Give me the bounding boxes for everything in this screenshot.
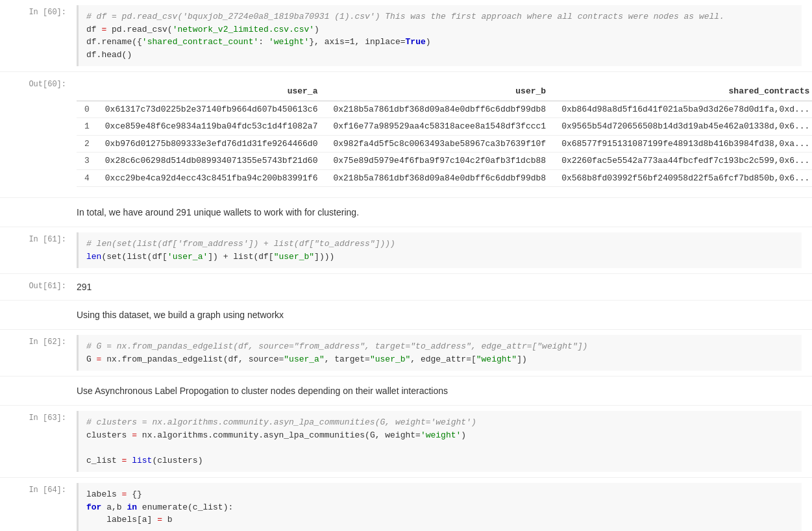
cell-61-output-label: Out[61]:	[0, 274, 71, 300]
cell-62-text: Use Asynchronous Label Propogation to cl…	[0, 377, 812, 406]
cell-60-text: In total, we have around 291 unique wall…	[0, 198, 812, 227]
cell-user-b: 0x218b5a7861dbf368d09a84e0dbff6c6ddbf99d…	[325, 101, 554, 118]
cell-62-description: Use Asynchronous Label Propogation to cl…	[77, 382, 802, 400]
cell-60-input-label: In [60]:	[0, 0, 71, 71]
cell-64-input-label: In [64]:	[0, 478, 71, 531]
cell-62-input: In [62]: # G = nx.from_pandas_edgelist(d…	[0, 330, 812, 377]
cell-60-description: In total, we have around 291 unique wall…	[77, 203, 802, 221]
cell-user-a: 0x28c6c06298d514db089934071355e5743bf21d…	[97, 153, 326, 170]
table-row: 3 0x28c6c06298d514db089934071355e5743bf2…	[77, 153, 812, 170]
cell-61-text: Using this dataset, we build a graph usi…	[0, 301, 812, 330]
cell-shared: 0x9565b54d720656508b14d3d19ab45e462a0133…	[554, 118, 812, 136]
output-number-61: 291	[77, 279, 802, 295]
notebook: In [60]: # df = pd.read_csv('bquxjob_272…	[0, 0, 812, 531]
code-block-64[interactable]: labels = {} for a,b in enumerate(c_list)…	[77, 483, 802, 531]
row-index: 3	[77, 153, 97, 170]
cell-user-a: 0xcc29be4ca92d4ecc43c8451fba94c200b83991…	[97, 169, 326, 187]
cell-62-input-label: In [62]:	[0, 330, 71, 376]
code-block-63[interactable]: # clusters = nx.algorithms.community.asy…	[77, 411, 802, 472]
cell-shared: 0x568b8fd03992f56bf240958d22f5a6fcf7bd85…	[554, 169, 812, 187]
cell-shared: 0x68577f915131087199fe48913d8b416b3984fd…	[554, 135, 812, 153]
table-row: 1 0xce859e48f6ce9834a119ba04fdc53c1d4f10…	[77, 118, 812, 136]
table-row: 4 0xcc29be4ca92d4ecc43c8451fba94c200b839…	[77, 169, 812, 187]
table-row: 2 0xb976d01275b809333e3efd76d1d31fe92644…	[77, 135, 812, 153]
cell-user-b: 0xf16e77a989529aa4c58318acee8a1548df3fcc…	[325, 118, 554, 136]
code-block-60[interactable]: # df = pd.read_csv('bquxjob_2724e0a8_181…	[77, 5, 802, 66]
col-user-b: user_b	[325, 82, 554, 101]
output-table-60: user_a user_b shared_contracts weight 0 …	[77, 77, 812, 192]
data-table: user_a user_b shared_contracts weight 0 …	[77, 82, 812, 187]
cell-shared: 0x2260fac5e5542a773aa44fbcfedf7c193bc2c5…	[554, 153, 812, 170]
cell-user-a: 0xb976d01275b809333e3efd76d1d31fe9264466…	[97, 135, 326, 153]
cell-61-description: Using this dataset, we build a graph usi…	[77, 306, 802, 324]
cell-60-output-label: Out[60]:	[0, 72, 71, 197]
col-index	[77, 82, 97, 101]
row-index: 4	[77, 169, 97, 187]
cell-64-input: In [64]: labels = {} for a,b in enumerat…	[0, 478, 812, 531]
code-block-61[interactable]: # len(set(list(df['from_address']) + lis…	[77, 232, 802, 268]
table-row: 0 0x61317c73d0225b2e37140fb9664d607b4506…	[77, 101, 812, 118]
cell-user-a: 0x61317c73d0225b2e37140fb9664d607b450613…	[97, 101, 326, 118]
cell-shared: 0xb864d98a8d5f16d41f021a5ba9d3d26e78d0d1…	[554, 101, 812, 118]
cell-user-a: 0xce859e48f6ce9834a119ba04fdc53c1d4f1082…	[97, 118, 326, 136]
row-index: 0	[77, 101, 97, 118]
cell-user-b: 0x218b5a7861dbf368d09a84e0dbff6c6ddbf99d…	[325, 169, 554, 187]
cell-user-b: 0x982fa4d5f5c8c0063493abe58967ca3b7639f1…	[325, 135, 554, 153]
col-shared-contracts: shared_contracts	[554, 82, 812, 101]
cell-60-output: Out[60]: user_a user_b shared_contracts …	[0, 72, 812, 198]
code-block-62[interactable]: # G = nx.from_pandas_edgelist(df, source…	[77, 335, 802, 371]
col-user-a: user_a	[97, 82, 326, 101]
cell-63-input: In [63]: # clusters = nx.algorithms.comm…	[0, 406, 812, 478]
cell-63-input-label: In [63]:	[0, 406, 71, 477]
row-index: 1	[77, 118, 97, 136]
cell-61-input: In [61]: # len(set(list(df['from_address…	[0, 227, 812, 274]
cell-61-input-label: In [61]:	[0, 227, 71, 273]
cell-60-input: In [60]: # df = pd.read_csv('bquxjob_272…	[0, 0, 812, 72]
cell-user-b: 0x75e89d5979e4f6fba9f97c104c2f0afb3f1dcb…	[325, 153, 554, 170]
row-index: 2	[77, 135, 97, 153]
cell-61-output: Out[61]: 291	[0, 274, 812, 301]
